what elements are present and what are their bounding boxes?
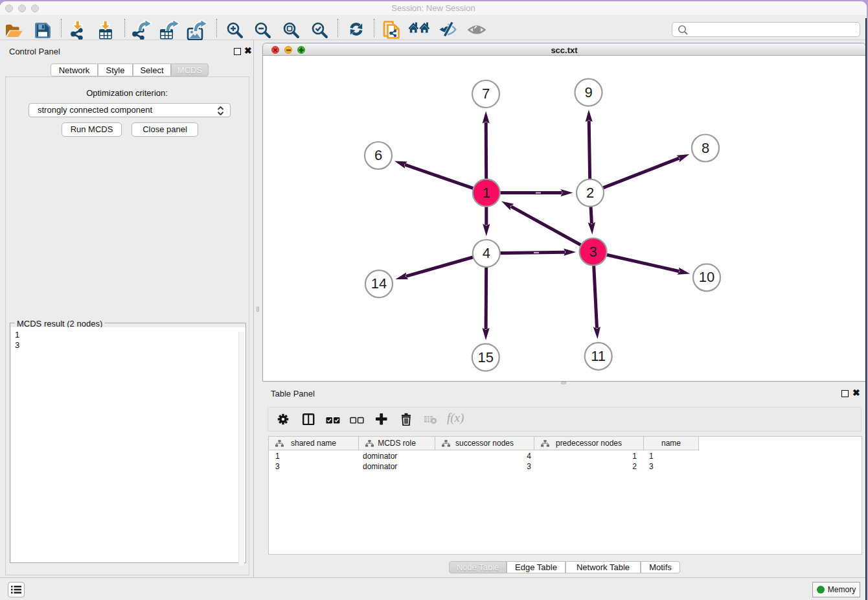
svg-text:9: 9 xyxy=(584,84,592,100)
svg-text:11: 11 xyxy=(591,348,606,364)
svg-text:1: 1 xyxy=(483,185,490,201)
svg-text:8: 8 xyxy=(702,140,709,156)
svg-text:14: 14 xyxy=(371,275,387,292)
svg-text:15: 15 xyxy=(478,349,494,365)
svg-text:6: 6 xyxy=(374,147,382,163)
svg-text:2: 2 xyxy=(586,185,594,201)
svg-text:4: 4 xyxy=(483,245,490,261)
svg-text:3: 3 xyxy=(589,244,597,260)
svg-text:7: 7 xyxy=(482,86,490,102)
svg-text:10: 10 xyxy=(699,269,714,285)
